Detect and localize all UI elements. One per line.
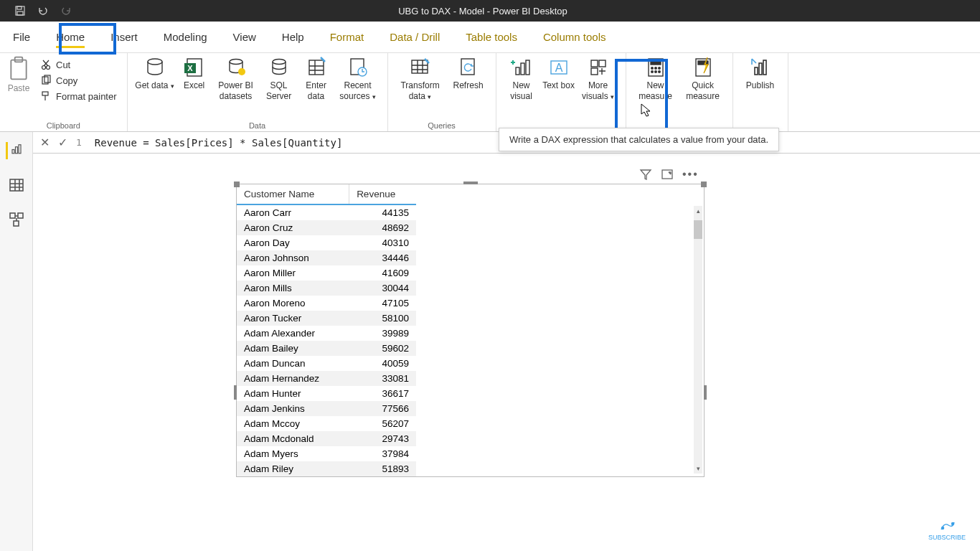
svg-text:A: A xyxy=(555,62,562,74)
table-row[interactable]: Adam Myers37984 xyxy=(237,446,416,461)
visual-toolbar: ••• xyxy=(639,168,699,181)
scroll-thumb[interactable] xyxy=(694,220,702,239)
menubar: File Home Insert Modeling View Help Form… xyxy=(0,22,980,53)
menu-insert[interactable]: Insert xyxy=(98,22,151,52)
publish-button[interactable]: Publish xyxy=(740,56,781,91)
new-visual-button[interactable]: New visual xyxy=(504,56,540,102)
canvas: ✕ ✓ 1 Revenue = Sales[Prices] * Sales[Qu… xyxy=(33,132,980,551)
col-customer[interactable]: Customer Name xyxy=(237,184,349,204)
table-row[interactable]: Aaron Tucker58100 xyxy=(237,311,416,326)
svg-point-5 xyxy=(42,66,46,70)
svg-point-10 xyxy=(148,59,162,65)
table-row[interactable]: Aaron Moreno47105 xyxy=(237,296,416,311)
more-options-icon[interactable]: ••• xyxy=(682,168,699,181)
table-row[interactable]: Adam Riley51893 xyxy=(237,461,416,476)
menu-format[interactable]: Format xyxy=(317,22,377,52)
svg-text:X: X xyxy=(187,64,193,72)
titlebar: UBG to DAX - Model - Power BI Desktop xyxy=(0,0,980,22)
new-measure-tooltip: Write a DAX expression that calculates a… xyxy=(499,128,779,151)
undo-icon[interactable] xyxy=(37,5,49,17)
paste-button[interactable]: Paste xyxy=(7,56,30,93)
copy-button[interactable]: Copy xyxy=(37,73,120,88)
svg-rect-45 xyxy=(19,145,21,154)
table-visual[interactable]: Customer Name Revenue Aaron Carr44135Aar… xyxy=(236,184,705,477)
table-row[interactable]: Adam Hernandez33081 xyxy=(237,371,416,386)
table-row[interactable]: Adam Jenkins77566 xyxy=(237,401,416,416)
svg-rect-27 xyxy=(591,60,598,67)
svg-rect-41 xyxy=(759,63,762,75)
svg-point-14 xyxy=(230,60,242,65)
menu-view[interactable]: View xyxy=(220,22,269,52)
new-measure-button[interactable]: New measure xyxy=(633,56,678,102)
table-row[interactable]: Aaron Miller41609 xyxy=(237,265,416,281)
table-row[interactable]: Adam Mcdonald29743 xyxy=(237,431,416,446)
scrollbar[interactable]: ▴ ▾ xyxy=(694,206,702,474)
pbi-datasets-button[interactable]: Power BI datasets xyxy=(214,56,258,102)
table-row[interactable]: Adam Bailey59602 xyxy=(237,341,416,356)
table-row[interactable]: Aaron Johnson34446 xyxy=(237,250,416,265)
redo-icon[interactable] xyxy=(60,5,72,17)
formula-text[interactable]: Revenue = Sales[Prices] * Sales[Quantity… xyxy=(95,137,343,149)
filter-icon[interactable] xyxy=(639,168,652,181)
svg-point-16 xyxy=(273,60,286,65)
format-painter-button[interactable]: Format painter xyxy=(37,89,120,103)
menu-datadrill[interactable]: Data / Drill xyxy=(377,22,453,52)
svg-rect-1 xyxy=(17,6,22,9)
table-row[interactable]: Adam Alexander39989 xyxy=(237,326,416,341)
table-row[interactable]: Aaron Carr44135 xyxy=(237,204,416,220)
app-title: UBG to DAX - Model - Power BI Desktop xyxy=(72,6,894,17)
svg-rect-9 xyxy=(42,92,48,95)
cut-button[interactable]: Cut xyxy=(37,57,120,72)
data-table: Customer Name Revenue Aaron Carr44135Aar… xyxy=(237,184,416,476)
menu-tabletools[interactable]: Table tools xyxy=(453,22,530,52)
commit-formula-icon[interactable]: ✓ xyxy=(58,136,67,149)
svg-point-52 xyxy=(951,523,953,525)
menu-columntools[interactable]: Column tools xyxy=(530,22,619,52)
focus-icon[interactable] xyxy=(661,168,674,181)
save-icon[interactable] xyxy=(14,5,26,17)
svg-rect-3 xyxy=(11,60,26,80)
table-row[interactable]: Aaron Day40310 xyxy=(237,235,416,250)
table-row[interactable]: Aaron Mills30044 xyxy=(237,281,416,296)
recent-sources-button[interactable]: Recent sources ▾ xyxy=(336,56,380,102)
model-view-icon[interactable] xyxy=(8,211,25,228)
svg-point-32 xyxy=(651,67,653,70)
get-data-button[interactable]: Get data ▾ xyxy=(135,56,175,91)
svg-rect-42 xyxy=(763,60,766,75)
more-visuals-button[interactable]: More visuals ▾ xyxy=(578,56,618,102)
menu-home[interactable]: Home xyxy=(43,22,98,52)
svg-rect-20 xyxy=(412,60,428,73)
svg-point-51 xyxy=(941,527,943,529)
svg-rect-43 xyxy=(12,150,14,154)
menu-help[interactable]: Help xyxy=(269,22,317,52)
svg-rect-49 xyxy=(14,221,19,226)
svg-rect-28 xyxy=(599,60,606,67)
ribbon: Paste Cut Copy Format painter Clipboard … xyxy=(0,53,980,132)
quick-measure-button[interactable]: Quick measure xyxy=(681,56,725,102)
transform-data-button[interactable]: Transform data ▾ xyxy=(395,56,446,102)
cancel-formula-icon[interactable]: ✕ xyxy=(40,136,50,149)
svg-rect-22 xyxy=(516,67,519,75)
svg-rect-44 xyxy=(15,147,17,154)
text-box-button[interactable]: AText box xyxy=(542,56,575,91)
menu-file[interactable]: File xyxy=(0,22,43,52)
svg-point-33 xyxy=(654,67,656,70)
sql-server-button[interactable]: SQL Server xyxy=(261,56,297,102)
refresh-button[interactable]: Refresh xyxy=(448,56,489,91)
data-view-icon[interactable] xyxy=(8,176,25,194)
svg-rect-21 xyxy=(461,59,474,75)
table-row[interactable]: Aaron Cruz48692 xyxy=(237,220,416,235)
svg-rect-24 xyxy=(526,60,529,75)
svg-rect-46 xyxy=(10,179,23,191)
table-row[interactable]: Adam Hunter36617 xyxy=(237,386,416,401)
table-row[interactable]: Adam Duncan40059 xyxy=(237,356,416,371)
col-revenue[interactable]: Revenue xyxy=(349,184,416,204)
excel-button[interactable]: XExcel xyxy=(178,56,211,91)
subscribe-badge[interactable]: SUBSCRIBE xyxy=(928,519,966,541)
table-row[interactable]: Adam Mccoy56207 xyxy=(237,416,416,431)
menu-modeling[interactable]: Modeling xyxy=(151,22,220,52)
svg-rect-48 xyxy=(18,213,23,218)
report-view-icon[interactable] xyxy=(6,142,23,159)
enter-data-button[interactable]: Enter data xyxy=(300,56,333,102)
svg-point-15 xyxy=(238,68,245,75)
